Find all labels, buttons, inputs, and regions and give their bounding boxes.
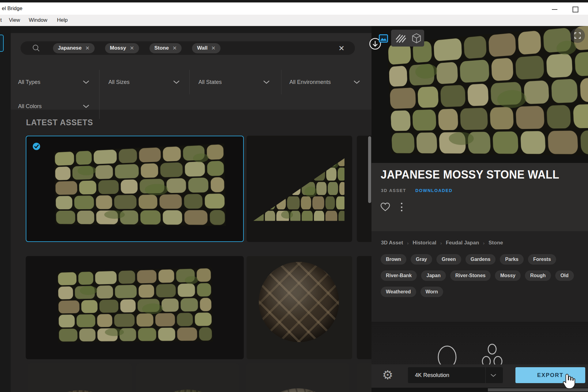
tag-japan[interactable]: Japan <box>421 270 446 281</box>
asset-card-sphere[interactable] <box>136 363 239 392</box>
dropdown-divider <box>485 367 486 383</box>
resolution-value: 4K Resolution <box>415 372 449 379</box>
remove-tag-icon[interactable]: ✕ <box>172 46 177 51</box>
filter-all-environments[interactable]: All Environments <box>289 73 371 91</box>
gear-icon: ⚙ <box>382 368 393 382</box>
filter-all-sizes[interactable]: All Sizes <box>108 73 191 91</box>
asset-card-clipped[interactable] <box>357 363 371 392</box>
minimize-icon <box>551 6 558 13</box>
asset-thumbnail <box>57 268 213 342</box>
3d-view-icon[interactable] <box>412 33 421 43</box>
asset-title: JAPANESE MOSSY STONE WALL <box>381 168 559 181</box>
asset-card-wall[interactable] <box>26 256 244 359</box>
export-bar: ⚙ 4K Resolution EXPORT <box>371 364 588 388</box>
maximize-button[interactable] <box>568 5 582 14</box>
asset-card-sphere[interactable] <box>247 256 352 359</box>
breadcrumb-stone[interactable]: Stone <box>488 240 503 246</box>
asset-card-wedge[interactable] <box>247 136 352 242</box>
asset-card-sphere[interactable] <box>28 363 132 392</box>
asset-thumbnail <box>36 390 124 392</box>
filter-divider <box>99 70 100 94</box>
filter-all-types[interactable]: All Types <box>18 73 101 91</box>
tag-old[interactable]: Old <box>555 270 574 281</box>
asset-info-section: JAPANESE MOSSY STONE WALL 3D ASSET DOWNL… <box>371 163 588 231</box>
breadcrumb-historical[interactable]: Historical <box>413 240 436 246</box>
tag-rough[interactable]: Rough <box>525 270 551 281</box>
asset-preview[interactable] <box>371 26 588 163</box>
tag-forests[interactable]: Forests <box>528 254 556 265</box>
filter-divider <box>189 70 190 94</box>
search-icon <box>32 44 40 52</box>
filter-label: All Sizes <box>108 79 130 85</box>
pane-top-band <box>11 26 371 33</box>
breadcrumb-separator: › <box>440 240 442 246</box>
menu-item-window[interactable]: Window <box>29 17 47 23</box>
tag-mossy[interactable]: Mossy <box>495 270 521 281</box>
clear-search-icon[interactable]: ✕ <box>338 44 345 53</box>
image-view-icon[interactable] <box>379 34 388 43</box>
download-status: DOWNLOADED <box>415 188 452 193</box>
search-tag-label: Stone <box>154 45 169 51</box>
vertical-scrollbar[interactable] <box>368 136 371 203</box>
asset-detail-panel: JAPANESE MOSSY STONE WALL 3D ASSET DOWNL… <box>371 26 588 392</box>
breadcrumb: 3D Asset › Historical › Feudal Japan › S… <box>381 240 503 246</box>
asset-card-clipped[interactable] <box>357 256 371 359</box>
menu-item-help[interactable]: Help <box>57 17 68 23</box>
breadcrumb-3d-asset[interactable]: 3D Asset <box>381 240 403 246</box>
circle-avatar-icon <box>437 344 457 364</box>
search-tag-stone[interactable]: Stone ✕ <box>149 43 182 53</box>
maximize-icon <box>572 6 579 13</box>
remove-tag-icon[interactable]: ✕ <box>211 46 216 51</box>
selected-check-icon <box>32 142 40 150</box>
remove-tag-icon[interactable]: ✕ <box>130 46 134 51</box>
tag-brown[interactable]: Brown <box>381 254 406 265</box>
asset-tag-cloud: Brown Gray Green Gardens Parks Forests R… <box>381 254 585 297</box>
chevron-down-icon <box>353 80 360 84</box>
asset-meta-section: 3D Asset › Historical › Feudal Japan › S… <box>371 231 588 320</box>
tag-gardens[interactable]: Gardens <box>466 254 496 265</box>
asset-browser-pane: Japanese ✕ Mossy ✕ Stone ✕ Wall ✕ ✕ <box>11 26 371 392</box>
remove-tag-icon[interactable]: ✕ <box>85 46 90 51</box>
people-group-icon <box>481 344 503 364</box>
favorite-button[interactable] <box>380 202 390 213</box>
filter-all-states[interactable]: All States <box>198 73 281 91</box>
filter-all-colors[interactable]: All Colors <box>18 97 101 115</box>
chevron-down-icon <box>263 80 270 84</box>
minimize-button[interactable] <box>548 5 562 14</box>
fullscreen-button[interactable] <box>570 28 585 43</box>
search-tag-label: Wall <box>197 45 207 51</box>
search-bar[interactable]: Japanese ✕ Mossy ✕ Stone ✕ Wall ✕ ✕ <box>21 41 355 55</box>
tag-river-stones[interactable]: River-Stones <box>450 270 491 281</box>
search-tag-mossy[interactable]: Mossy ✕ <box>105 43 139 53</box>
tag-gray[interactable]: Gray <box>411 254 432 265</box>
asset-thumbnail <box>143 390 232 392</box>
menu-item-view[interactable]: View <box>9 17 20 23</box>
search-tag-wall[interactable]: Wall ✕ <box>192 43 221 53</box>
brushes-view-icon[interactable] <box>395 33 407 43</box>
breadcrumb-feudal-japan[interactable]: Feudal Japan <box>446 240 479 246</box>
tag-weathered[interactable]: Weathered <box>381 287 416 297</box>
filter-label: All States <box>198 79 222 85</box>
asset-thumbnail <box>251 153 346 224</box>
asset-card-sphere[interactable] <box>246 363 349 392</box>
tag-parks[interactable]: Parks <box>500 254 524 265</box>
related-section <box>371 322 588 364</box>
filter-label: All Types <box>18 79 40 85</box>
left-nav-rail <box>0 26 11 392</box>
search-tag-japanese[interactable]: Japanese ✕ <box>53 43 95 53</box>
nav-item-active[interactable] <box>0 35 4 52</box>
window-titlebar[interactable]: el Bridge <box>0 2 588 15</box>
tag-worn[interactable]: Worn <box>420 287 443 297</box>
more-options-button[interactable] <box>398 202 405 213</box>
filter-divider <box>281 70 281 94</box>
tag-green[interactable]: Green <box>436 254 461 265</box>
resolution-dropdown[interactable]: 4K Resolution <box>408 367 503 383</box>
asset-type-label: 3D ASSET <box>381 188 406 193</box>
asset-card-selected[interactable] <box>26 136 244 242</box>
menu-item-partial[interactable]: t <box>0 17 2 23</box>
tag-river-bank[interactable]: River-Bank <box>381 270 417 281</box>
filter-divider <box>99 94 100 119</box>
search-tag-list: Japanese ✕ Mossy ✕ Stone ✕ Wall ✕ <box>53 43 221 53</box>
asset-thumbnail <box>253 388 343 392</box>
export-settings-button[interactable]: ⚙ <box>382 369 393 381</box>
